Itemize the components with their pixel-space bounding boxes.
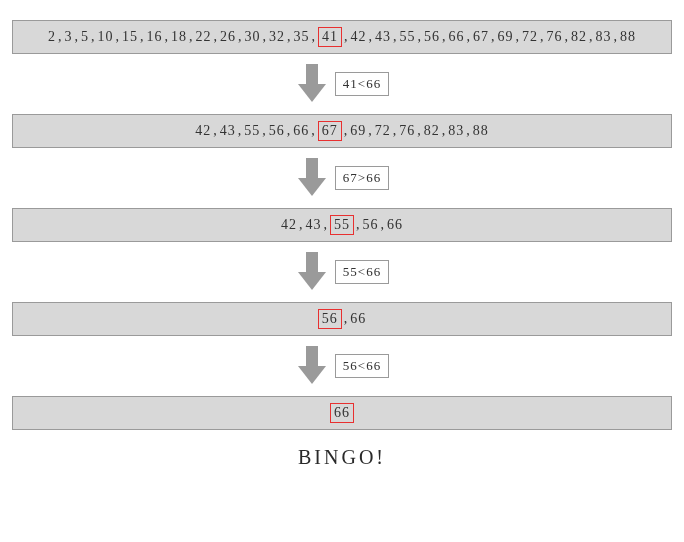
number-value: 88: [472, 123, 490, 139]
number-list: 66: [329, 403, 355, 423]
number-value: 42: [280, 217, 298, 233]
down-arrow-icon: [295, 62, 329, 106]
down-arrow-icon: [295, 156, 329, 200]
highlighted-number: 66: [330, 403, 354, 423]
number-value: 16: [146, 29, 164, 45]
svg-rect-4: [306, 252, 318, 272]
svg-marker-1: [298, 84, 326, 102]
svg-rect-0: [306, 64, 318, 84]
number-value: 3: [64, 29, 74, 45]
number-value: 15: [121, 29, 139, 45]
number-value: 56: [362, 217, 380, 233]
comparison-label: 56<66: [335, 354, 389, 378]
number-value: 82: [570, 29, 588, 45]
number-value: 66: [386, 217, 404, 233]
comparison-label: 41<66: [335, 72, 389, 96]
step-box-0: 2,3,5,10,15,16,18,22,26,30,32,35,41,42,4…: [12, 20, 672, 54]
down-arrow-icon: [295, 344, 329, 388]
number-value: 88: [619, 29, 637, 45]
step-box-3: 56,66: [12, 302, 672, 336]
number-value: 72: [374, 123, 392, 139]
number-value: 69: [349, 123, 367, 139]
svg-rect-6: [306, 346, 318, 366]
number-value: 42: [194, 123, 212, 139]
number-value: 56: [423, 29, 441, 45]
highlighted-number: 41: [318, 27, 342, 47]
step-box-2: 42,43,55,56,66: [12, 208, 672, 242]
number-value: 55: [399, 29, 417, 45]
comma: ,: [323, 217, 330, 233]
arrow-row-3: 56<66: [12, 344, 672, 388]
number-value: 35: [293, 29, 311, 45]
number-value: 56: [268, 123, 286, 139]
number-list: 2,3,5,10,15,16,18,22,26,30,32,35,41,42,4…: [47, 27, 637, 47]
svg-marker-5: [298, 272, 326, 290]
number-value: 32: [268, 29, 286, 45]
number-value: 26: [219, 29, 237, 45]
comparison-label: 67>66: [335, 166, 389, 190]
bingo-text: BINGO!: [12, 446, 672, 469]
down-arrow-icon: [295, 250, 329, 294]
highlighted-number: 67: [318, 121, 342, 141]
arrow-row-1: 67>66: [12, 156, 672, 200]
number-value: 22: [195, 29, 213, 45]
number-value: 5: [80, 29, 90, 45]
highlighted-number: 55: [330, 215, 354, 235]
number-value: 30: [244, 29, 262, 45]
comma: ,: [311, 29, 318, 45]
number-value: 83: [447, 123, 465, 139]
svg-marker-3: [298, 178, 326, 196]
number-value: 2: [47, 29, 57, 45]
number-value: 43: [374, 29, 392, 45]
number-list: 42,43,55,56,66,67,69,72,76,82,83,88: [194, 121, 490, 141]
number-list: 56,66: [317, 309, 368, 329]
step-box-4: 66: [12, 396, 672, 430]
svg-rect-2: [306, 158, 318, 178]
number-value: 72: [521, 29, 539, 45]
number-value: 43: [219, 123, 237, 139]
number-value: 42: [350, 29, 368, 45]
step-box-1: 42,43,55,56,66,67,69,72,76,82,83,88: [12, 114, 672, 148]
comma: ,: [310, 123, 317, 139]
number-value: 82: [423, 123, 441, 139]
number-list: 42,43,55,56,66: [280, 215, 404, 235]
number-value: 67: [472, 29, 490, 45]
arrow-row-2: 55<66: [12, 250, 672, 294]
number-value: 66: [448, 29, 466, 45]
number-value: 66: [349, 311, 367, 327]
highlighted-number: 56: [318, 309, 342, 329]
number-value: 55: [243, 123, 261, 139]
arrow-row-0: 41<66: [12, 62, 672, 106]
number-value: 10: [97, 29, 115, 45]
number-value: 76: [398, 123, 416, 139]
number-value: 66: [292, 123, 310, 139]
number-value: 76: [546, 29, 564, 45]
number-value: 18: [170, 29, 188, 45]
number-value: 43: [305, 217, 323, 233]
number-value: 69: [497, 29, 515, 45]
number-value: 83: [595, 29, 613, 45]
comparison-label: 55<66: [335, 260, 389, 284]
svg-marker-7: [298, 366, 326, 384]
